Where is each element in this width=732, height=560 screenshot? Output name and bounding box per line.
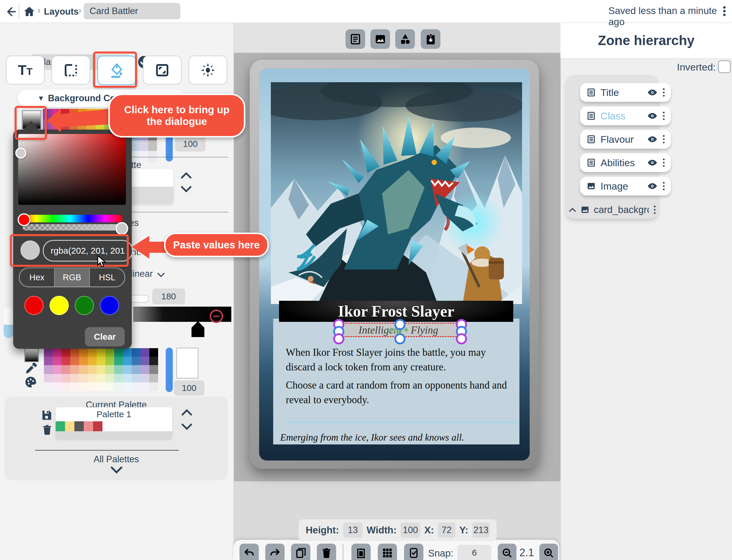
inverted-checkbox[interactable] (718, 60, 731, 73)
swatch-cell[interactable] (149, 365, 158, 374)
preset-colour-dot[interactable] (75, 296, 94, 315)
kebab-icon[interactable] (662, 158, 666, 168)
opacity-input[interactable]: 100 (174, 380, 204, 396)
swatch-cell[interactable] (53, 365, 61, 374)
eye-icon[interactable] (647, 112, 657, 120)
palette-icon[interactable] (24, 376, 37, 389)
angle-slider-fragment[interactable] (131, 295, 149, 303)
swatch-cell[interactable] (132, 357, 140, 365)
opacity-input[interactable]: 100 (175, 136, 205, 152)
swatch-cell[interactable] (88, 357, 97, 365)
resize-handle-corner[interactable] (333, 333, 344, 344)
paste-button[interactable] (351, 544, 371, 560)
add-text-zone-button[interactable] (345, 29, 365, 49)
chevron-down-icon[interactable] (180, 185, 192, 194)
zone-row-flavour[interactable]: Flavour (580, 130, 671, 149)
undo-button[interactable] (239, 544, 259, 560)
y-input[interactable]: 213 (472, 523, 490, 538)
text-tool-button[interactable]: TT (6, 56, 44, 85)
zoom-out-button[interactable] (498, 544, 517, 560)
eye-icon[interactable] (647, 182, 657, 190)
swatch-cell[interactable] (123, 348, 132, 357)
eye-icon[interactable] (647, 159, 657, 167)
tab-hex[interactable]: Hex (20, 268, 54, 286)
swatch-cell[interactable] (53, 382, 61, 391)
swatch-cell[interactable] (123, 357, 132, 365)
eye-icon[interactable] (647, 135, 657, 143)
swatch-cell[interactable] (132, 348, 140, 357)
tab-rgb[interactable]: RGB (54, 268, 90, 286)
swatch-cell[interactable] (114, 374, 123, 382)
grid-toggle-button[interactable] (378, 544, 397, 560)
delete-palette-button[interactable] (42, 424, 53, 436)
all-palettes-label[interactable]: All Palettes (5, 454, 228, 465)
remove-stop-button[interactable] (210, 310, 223, 323)
x-input[interactable]: 72 (438, 523, 455, 538)
saturation-handle[interactable] (15, 147, 26, 159)
swatch-cell[interactable] (140, 357, 149, 365)
swatch-cell[interactable] (61, 348, 70, 357)
slider-fragment[interactable] (4, 307, 13, 338)
zoom-in-button[interactable] (539, 544, 558, 560)
alpha-slider[interactable] (23, 224, 126, 231)
resize-handle-top[interactable] (395, 319, 406, 330)
effects-tool-button[interactable] (188, 56, 227, 85)
palette-swatch[interactable] (93, 421, 102, 431)
palette-up-button[interactable] (181, 408, 193, 417)
preview-button[interactable] (404, 544, 424, 560)
preset-colour-dot[interactable] (49, 296, 69, 315)
swatch-cell[interactable] (149, 348, 158, 357)
swatch-cell[interactable] (97, 365, 105, 374)
palette-down-button[interactable] (181, 422, 193, 431)
swatch-cell[interactable] (44, 374, 53, 382)
add-image-zone-button[interactable] (371, 29, 390, 49)
swatch-cell[interactable] (70, 382, 79, 391)
swatch-cell[interactable] (148, 151, 157, 162)
colour-swatch-grid[interactable] (44, 348, 158, 391)
card-abilities-zone[interactable]: When Ikor Frost Slayer joins the battle,… (286, 345, 513, 374)
swatch-cell[interactable] (88, 374, 97, 382)
collapse-chevron-icon[interactable] (569, 207, 576, 213)
swatch-cell[interactable] (61, 382, 70, 391)
swatch-cell[interactable] (70, 365, 79, 374)
back-button[interactable] (5, 6, 17, 18)
swatch-cell[interactable] (79, 357, 88, 365)
swatch-cell[interactable] (61, 365, 70, 374)
frame-tool-button[interactable] (143, 56, 181, 85)
zone-row-abilities[interactable]: Abilities (580, 153, 671, 172)
swatch-cell[interactable] (53, 348, 61, 357)
swatch-cell[interactable] (79, 382, 88, 391)
swatch-cell[interactable] (149, 382, 158, 391)
delete-button[interactable] (317, 544, 336, 560)
swatch-cell[interactable] (88, 365, 97, 374)
all-palettes-expand-button[interactable] (110, 466, 123, 475)
kebab-menu-button[interactable] (718, 4, 731, 18)
swatch-cell[interactable] (123, 365, 132, 374)
redo-button[interactable] (265, 544, 284, 560)
tab-hsl[interactable]: HSL (90, 268, 124, 286)
swatch-cell[interactable] (88, 348, 97, 357)
paste-zone-button[interactable] (421, 29, 441, 49)
kebab-icon[interactable] (662, 134, 666, 144)
swatch-cell[interactable] (139, 140, 148, 151)
swatch-cell[interactable] (148, 140, 157, 151)
palette-selector[interactable]: Palette 1 (56, 407, 172, 439)
swatch-cell[interactable] (105, 374, 114, 382)
resize-handle-bottom[interactable] (395, 333, 406, 344)
palette-swatch[interactable] (74, 421, 84, 431)
swatch-cell[interactable] (132, 382, 140, 391)
add-shape-zone-button[interactable] (395, 29, 415, 49)
swatch-cell[interactable] (149, 357, 158, 365)
swatch-cell[interactable] (44, 348, 53, 357)
swatch-cell[interactable] (97, 382, 105, 391)
card-image-zone[interactable] (271, 82, 522, 304)
swatch-cell[interactable] (105, 365, 114, 374)
zone-row-card-background[interactable]: card_backgrou... (569, 202, 656, 218)
swatch-cell[interactable] (114, 365, 123, 374)
palette-swatch[interactable] (84, 421, 93, 431)
kebab-icon[interactable] (653, 205, 656, 215)
eyedropper-icon[interactable] (25, 362, 37, 375)
kebab-icon[interactable] (662, 87, 666, 97)
swatch-cell[interactable] (114, 357, 123, 365)
swatch-cell[interactable] (70, 374, 79, 382)
